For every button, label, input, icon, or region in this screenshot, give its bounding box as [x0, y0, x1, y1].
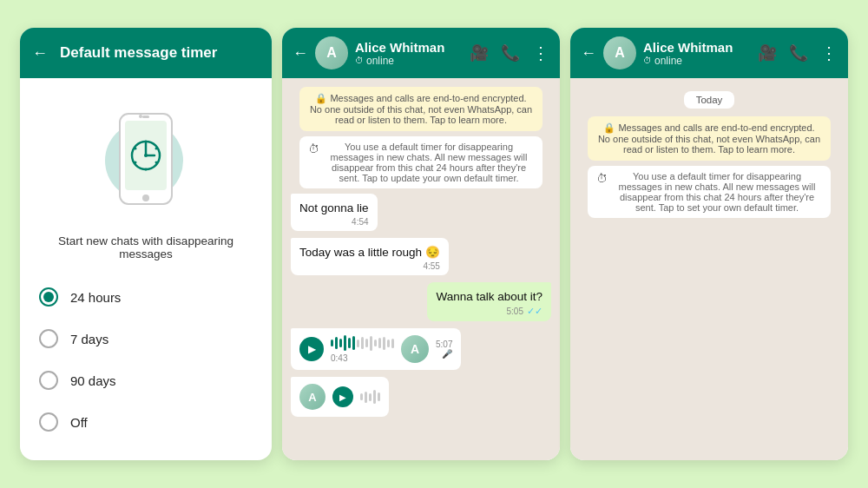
msg-bubble-sent: Wanna talk about it? 5:05 ✓✓	[427, 282, 551, 321]
svg-point-2	[142, 195, 149, 201]
panel-default-timer: ← Default message timer	[20, 28, 272, 460]
chat2-encrypt-notice[interactable]: 🔒 Messages and calls are end-to-end encr…	[299, 87, 542, 131]
panels-container: ← Default message timer	[0, 7, 868, 481]
chat3-video-call-icon[interactable]: 🎥	[758, 43, 777, 63]
chat3-avatar-inner: A	[603, 36, 636, 69]
svg-point-7	[145, 141, 148, 143]
chat2-body: 🔒 Messages and calls are end-to-end encr…	[282, 78, 560, 460]
radio-24h-label: 24 hours	[70, 290, 121, 305]
chat3-encrypt-text: 🔒 Messages and calls are end-to-end encr…	[598, 122, 820, 155]
chat3-system-msg-text: You use a default timer for disappearing…	[612, 171, 822, 213]
msg-time-2: 4:55	[423, 261, 439, 271]
wave-bar	[378, 338, 381, 348]
chat3-status-text: online	[654, 55, 682, 67]
radio-90d-label: 90 days	[70, 373, 116, 388]
partial-play-btn[interactable]: ▶	[332, 386, 353, 407]
chat2-system-msg[interactable]: ⏱ You use a default timer for disappeari…	[299, 136, 542, 188]
phone-call-icon[interactable]: 📞	[501, 43, 520, 63]
radio-off-label: Off	[70, 415, 88, 430]
option-90d[interactable]: 90 days	[36, 359, 256, 401]
chat3-name: Alice Whitman	[643, 40, 751, 55]
chat2-avatar-inner: A	[315, 36, 348, 69]
msg-meta-3: 5:05 ✓✓	[436, 306, 542, 317]
chat2-name: Alice Whitman	[355, 40, 463, 55]
option-24h[interactable]: 24 hours	[36, 276, 256, 318]
chat3-avatar: A	[603, 36, 636, 69]
panel-chat-2: ← A Alice Whitman ⏱ online 🎥 📞 ⋮ 🔒 Messa…	[282, 28, 560, 460]
wave-bar	[361, 337, 364, 349]
panel1-title: Default message timer	[60, 44, 217, 62]
panel-chat-3: ← A Alice Whitman ⏱ online 🎥 📞 ⋮ Today	[570, 28, 848, 460]
chat3-status: ⏱ online	[643, 55, 751, 67]
phone-svg	[116, 112, 175, 209]
wave-bar	[344, 335, 346, 351]
partial-voice-bubble: A ▶	[291, 377, 389, 417]
msg-text-1: Not gonna lie	[299, 201, 369, 214]
chat3-system-msg[interactable]: ⏱ You use a default timer for disappeari…	[588, 166, 831, 218]
radio-24h-inner	[43, 292, 54, 302]
chat3-header: ← A Alice Whitman ⏱ online 🎥 📞 ⋮	[570, 28, 848, 78]
option-7d[interactable]: 7 days	[36, 318, 256, 359]
partial-waveform	[360, 388, 380, 406]
msg-ticks-3: ✓✓	[527, 306, 542, 317]
msg-meta-1: 4:54	[299, 217, 369, 227]
video-call-icon[interactable]: 🎥	[470, 43, 489, 63]
wave-bar	[369, 393, 372, 401]
wave-bar	[352, 336, 355, 350]
wave-bar	[331, 340, 333, 346]
msg-bubble-received-1: Not gonna lie 4:54	[291, 194, 378, 231]
msg-text-3: Wanna talk about it?	[436, 290, 542, 303]
chat3-name-block: Alice Whitman ⏱ online	[643, 40, 751, 67]
chat2-avatar: A	[315, 36, 348, 69]
wave-bar	[348, 338, 351, 348]
system-timer-icon: ⏱	[308, 142, 319, 155]
timer-small-icon: ⏱	[355, 56, 364, 65]
partial-avatar: A	[299, 384, 326, 410]
msg-little-rough: Today was a little rough 😔 4:55	[291, 238, 551, 275]
radio-off-outer	[39, 412, 58, 432]
chat3-encrypt-notice[interactable]: 🔒 Messages and calls are end-to-end encr…	[588, 116, 831, 161]
option-off[interactable]: Off	[36, 401, 256, 443]
back-button[interactable]: ←	[32, 44, 48, 63]
voice-timestamp: 5:07	[436, 340, 452, 349]
voice-time: 0:43	[331, 353, 394, 363]
mic-icon: 🎤	[442, 349, 452, 359]
chat2-status: ⏱ online	[355, 55, 463, 67]
voice-bubble: ▶	[291, 328, 461, 370]
chat3-back-button[interactable]: ←	[581, 44, 596, 63]
svg-point-11	[135, 162, 137, 164]
play-button-1[interactable]: ▶	[299, 337, 324, 361]
wave-bar	[339, 339, 342, 347]
svg-point-9	[155, 162, 158, 164]
chat3-timer-icon: ⏱	[643, 56, 652, 65]
radio-7d-label: 7 days	[70, 332, 108, 346]
today-label: Today	[684, 91, 735, 109]
chat2-system-msg-text: You use a default timer for disappearing…	[324, 142, 534, 183]
partial-voice-row: A ▶	[291, 377, 551, 417]
chat2-header: ← A Alice Whitman ⏱ online 🎥 📞 ⋮	[282, 28, 560, 78]
waveform-1	[331, 335, 394, 351]
radio-90d-outer	[39, 371, 58, 390]
msg-meta-2: 4:55	[299, 261, 440, 271]
svg-point-10	[145, 168, 148, 171]
chat3-system-timer-icon: ⏱	[596, 172, 608, 185]
svg-point-8	[155, 148, 158, 150]
msg-text-2: Today was a little rough 😔	[299, 246, 440, 259]
svg-point-12	[135, 148, 137, 150]
wave-bar	[360, 393, 363, 400]
voice-msg-row: ▶	[291, 328, 551, 370]
more-options-icon[interactable]: ⋮	[532, 43, 549, 63]
chat2-back-button[interactable]: ←	[293, 44, 308, 63]
wave-bar	[357, 340, 359, 347]
wave-bar	[373, 390, 376, 404]
voice-thumbnail: A	[401, 335, 429, 363]
msg-time-1: 4:54	[352, 217, 368, 227]
svg-point-3	[139, 115, 142, 118]
wave-bar	[391, 339, 394, 348]
wave-bar	[365, 392, 367, 403]
chat3-more-options-icon[interactable]: ⋮	[820, 43, 838, 63]
chat3-phone-call-icon[interactable]: 📞	[789, 43, 808, 63]
wave-bar	[374, 340, 377, 346]
wave-bar	[383, 337, 385, 350]
svg-rect-4	[142, 115, 149, 118]
